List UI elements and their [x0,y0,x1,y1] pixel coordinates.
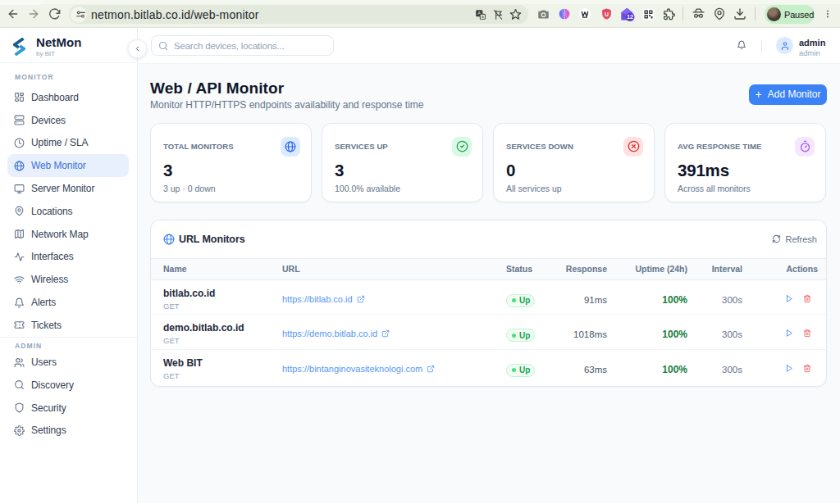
svg-text:U: U [605,11,609,17]
svg-text:a: a [482,15,484,19]
svg-text:12: 12 [627,13,633,20]
